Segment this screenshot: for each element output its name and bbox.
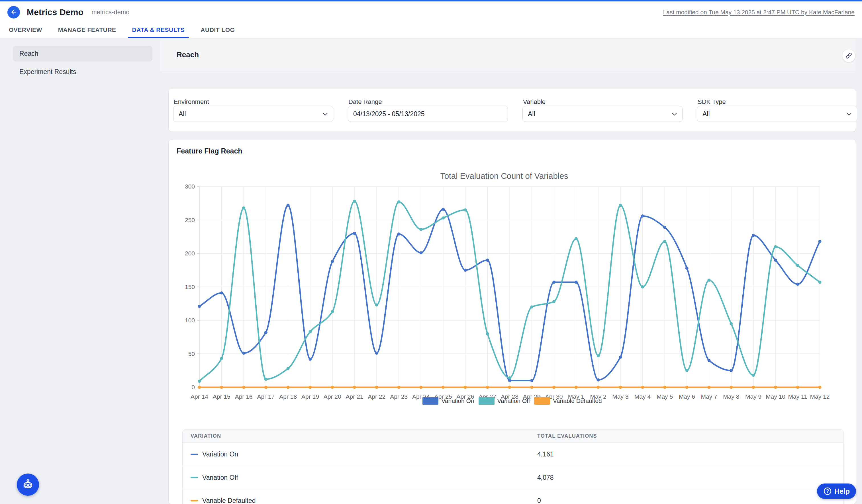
table-row-variation-on: Variation On4,161 — [183, 443, 844, 466]
total-evaluations-value: 0 — [537, 497, 541, 504]
tab-data-results[interactable]: DATA & RESULTS — [128, 23, 189, 38]
filter-environment: EnvironmentAll — [173, 89, 333, 132]
chart-card: Feature Flag Reach Total Evaluation Coun… — [169, 140, 856, 504]
copy-link-button[interactable] — [843, 49, 855, 62]
total-evaluations-value: 4,078 — [537, 474, 554, 481]
legend-item-variation-on[interactable]: Variation On — [422, 397, 474, 404]
column-header-total-evaluations: TOTAL EVALUATIONS — [537, 433, 597, 439]
svg-text:300: 300 — [185, 183, 195, 190]
filter-label-sdk-type: SDK Type — [697, 98, 726, 106]
chevron-down-icon — [321, 110, 329, 118]
total-evaluations-value: 4,161 — [537, 450, 554, 458]
table-row-variable-defaulted: Variable Defaulted0 — [183, 489, 844, 504]
series-color-dash-icon — [191, 454, 198, 455]
robot-icon — [21, 478, 35, 491]
input-date-range[interactable]: 04/13/2025 - 05/13/2025 — [348, 106, 508, 122]
filter-label-date-range: Date Range — [348, 98, 382, 106]
chart-legend: Variation OnVariation OffVariable Defaul… — [169, 397, 856, 404]
help-button[interactable]: ? Help — [817, 483, 856, 499]
ai-assistant-button[interactable] — [17, 474, 39, 496]
legend-label: Variable Defaulted — [553, 398, 602, 404]
filter-date-range: Date Range04/13/2025 - 05/13/2025 — [348, 89, 508, 132]
app-header: Metrics Demo metrics-demo Last modified … — [0, 1, 862, 23]
filter-sdk-type: SDK TypeAll — [697, 89, 857, 132]
tab-overview[interactable]: OVERVIEW — [5, 23, 46, 38]
filter-label-variable: Variable — [523, 98, 546, 106]
filter-variable: VariableAll — [522, 89, 682, 132]
table-row-variation-off: Variation Off4,078 — [183, 466, 844, 489]
legend-label: Variation Off — [497, 398, 530, 404]
variation-name: Variable Defaulted — [202, 497, 256, 504]
legend-item-variable-defaulted[interactable]: Variable Defaulted — [534, 397, 602, 404]
svg-text:0: 0 — [192, 384, 195, 390]
page-title: Metrics Demo — [27, 8, 83, 17]
variation-name: Variation Off — [202, 474, 238, 481]
tab-audit-log[interactable]: AUDIT LOG — [197, 23, 239, 38]
help-icon: ? — [823, 487, 832, 495]
sidebar: ReachExperiment Results — [13, 46, 153, 79]
column-header-variation: VARIATION — [183, 433, 221, 439]
chart-title: Total Evaluation Count of Variables — [172, 171, 836, 181]
sidebar-item-reach[interactable]: Reach — [13, 46, 153, 62]
filter-value: All — [179, 110, 186, 118]
select-variable[interactable]: All — [522, 106, 682, 122]
legend-item-variation-off[interactable]: Variation Off — [479, 397, 530, 404]
tabs: OVERVIEWMANAGE FEATUREDATA & RESULTSAUDI… — [0, 23, 862, 38]
last-modified-text[interactable]: Last modified on Tue May 13 2025 at 2:47… — [663, 9, 854, 16]
tab-manage-feature[interactable]: MANAGE FEATURE — [54, 23, 120, 38]
svg-text:200: 200 — [185, 250, 195, 256]
svg-text:150: 150 — [185, 283, 195, 290]
chevron-down-icon — [845, 110, 853, 118]
panel-header: Reach — [160, 39, 856, 71]
svg-text:100: 100 — [185, 317, 195, 323]
back-button[interactable] — [8, 6, 20, 18]
filter-label-environment: Environment — [174, 98, 209, 106]
chevron-down-icon — [670, 110, 678, 118]
line-chart[interactable]: 050100150200250300Apr 14Apr 15Apr 16Apr … — [172, 182, 836, 401]
help-label: Help — [834, 487, 850, 495]
filter-value: All — [703, 110, 710, 118]
filter-value: All — [528, 110, 535, 118]
svg-text:50: 50 — [188, 350, 195, 357]
series-color-dash-icon — [191, 477, 198, 478]
series-color-dash-icon — [191, 500, 198, 502]
legend-swatch — [422, 397, 439, 404]
variation-table: VARIATION TOTAL EVALUATIONS Variation On… — [182, 429, 844, 504]
filters-card: EnvironmentAllDate Range04/13/2025 - 05/… — [169, 89, 856, 132]
link-icon — [845, 52, 853, 59]
panel-title: Reach — [177, 50, 199, 59]
svg-text:250: 250 — [185, 217, 195, 223]
table-header-row: VARIATION TOTAL EVALUATIONS — [183, 430, 844, 443]
legend-swatch — [534, 397, 550, 404]
legend-label: Variation On — [441, 398, 474, 404]
variation-name: Variation On — [202, 450, 238, 458]
legend-swatch — [479, 397, 495, 404]
svg-text:?: ? — [826, 488, 829, 493]
select-environment[interactable]: All — [173, 106, 333, 122]
select-sdk-type[interactable]: All — [697, 106, 857, 122]
filter-value: 04/13/2025 - 05/13/2025 — [353, 110, 425, 118]
series-variable-defaulted — [198, 386, 822, 389]
chart-card-title: Feature Flag Reach — [177, 147, 243, 155]
back-arrow-icon — [10, 9, 17, 16]
feature-slug: metrics-demo — [91, 9, 129, 16]
sidebar-item-experiment-results[interactable]: Experiment Results — [13, 65, 153, 79]
